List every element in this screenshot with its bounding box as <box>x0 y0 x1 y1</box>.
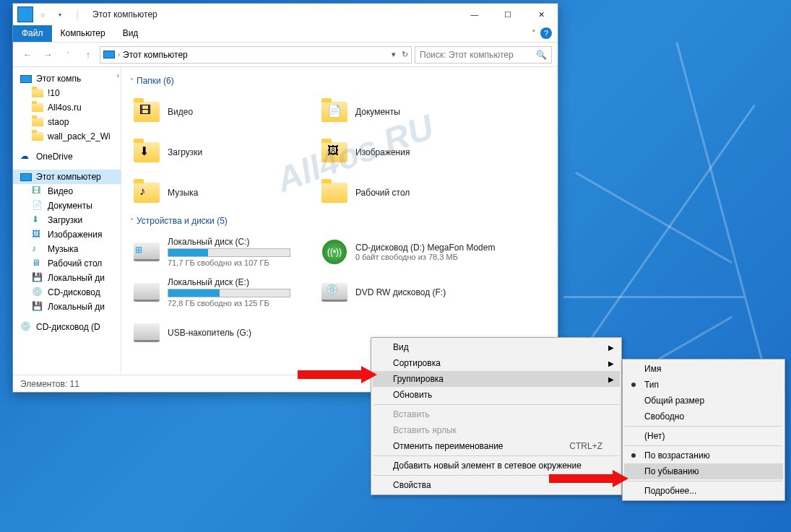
nav-cd-drive[interactable]: 💿CD-дисковод <box>13 285 121 300</box>
submenu-none[interactable]: (Нет) <box>624 428 783 444</box>
help-icon[interactable]: ? <box>540 27 552 39</box>
ribbon-tabs: Файл Компьютер Вид ˅ ? <box>13 25 558 43</box>
titlebar: ▫ ▾ | Этот компьютер — ☐ ✕ <box>13 4 558 25</box>
nav-cd-drive-d[interactable]: 💿CD-дисковод (D <box>13 320 121 334</box>
navigation-pane: ‹ Этот компь !10 All4os.ru staop wall_pa… <box>13 67 121 375</box>
menu-group[interactable]: Группировка▶ <box>373 371 620 387</box>
search-placeholder: Поиск: Этот компьютер <box>420 50 514 60</box>
nav-folder-10[interactable]: !10 <box>13 86 121 100</box>
nav-local-disk[interactable]: 💾Локальный ди <box>13 271 121 285</box>
tab-view[interactable]: Вид <box>114 25 147 42</box>
ribbon-expand-icon[interactable]: ˅ <box>532 29 536 38</box>
menu-refresh[interactable]: Обновить <box>373 387 620 403</box>
maximize-button[interactable]: ☐ <box>491 4 524 25</box>
group-folders[interactable]: ˅Папки (6) <box>130 76 555 86</box>
pc-icon <box>17 6 33 22</box>
address-path: Этот компьютер <box>123 50 188 60</box>
drive-e[interactable]: Локальный диск (E:) 72,8 ГБ свободно из … <box>130 272 318 313</box>
folder-desktop[interactable]: Рабочий стол <box>318 173 506 213</box>
nav-this-pc[interactable]: Этот компьютер <box>13 170 121 184</box>
content-pane[interactable]: ˅Папки (6) 🎞 Видео 📄 Документы ⬇ Загрузк… <box>121 67 558 375</box>
nav-folder-staop[interactable]: staop <box>13 115 121 129</box>
drive-d[interactable]: ((•)) CD-дисковод (D:) MegaFon Modem 0 б… <box>318 232 506 272</box>
minimize-button[interactable]: — <box>458 4 491 25</box>
folder-downloads[interactable]: ⬇ Загрузки <box>130 132 318 173</box>
submenu-free[interactable]: Свободно <box>624 409 783 424</box>
nav-history-dropdown[interactable]: ˅ <box>59 46 77 64</box>
svg-marker-0 <box>298 366 377 383</box>
nav-folder-wallpack[interactable]: wall_pack_2_Wi <box>13 129 121 144</box>
submenu-ascending[interactable]: По возрастанию <box>624 448 783 463</box>
nav-forward-button[interactable]: → <box>39 46 56 64</box>
folder-docs[interactable]: 📄 Документы <box>318 92 506 132</box>
nav-folder-all4os[interactable]: All4os.ru <box>13 100 121 115</box>
drive-f[interactable]: 💿 DVD RW дисковод (F:) <box>318 272 506 313</box>
menu-paste: Вставить <box>373 406 620 422</box>
drive-g[interactable]: USB-накопитель (G:) <box>130 313 318 353</box>
pc-icon <box>103 51 115 58</box>
nav-images[interactable]: 🖼Изображения <box>13 227 121 242</box>
address-input[interactable]: › Этот компьютер ▾ ↻ <box>100 46 412 64</box>
address-dropdown-icon[interactable]: ▾ <box>392 50 396 59</box>
tab-file[interactable]: Файл <box>13 25 52 42</box>
qat-item[interactable]: ▫ <box>35 6 51 22</box>
submenu-descending[interactable]: По убыванию <box>624 463 783 479</box>
menu-sort[interactable]: Сортировка▶ <box>373 355 620 371</box>
nav-music[interactable]: ♪Музыка <box>13 242 121 256</box>
nav-up-button[interactable]: ↑ <box>79 46 97 64</box>
annotation-arrow-1 <box>298 366 377 383</box>
nav-docs[interactable]: 📄Документы <box>13 199 121 213</box>
submenu-more[interactable]: Подробнее... <box>624 483 783 499</box>
search-icon: 🔍 <box>536 50 547 60</box>
nav-desktop[interactable]: 🖥Рабочий стол <box>13 256 121 271</box>
folder-images[interactable]: 🖼 Изображения <box>318 132 506 173</box>
annotation-arrow-2 <box>549 470 628 487</box>
submenu-total-size[interactable]: Общий размер <box>624 393 783 409</box>
address-bar: ← → ˅ ↑ › Этот компьютер ▾ ↻ Поиск: Этот… <box>13 43 558 67</box>
menu-undo-rename[interactable]: Отменить переименованиеCTRL+Z <box>373 438 620 454</box>
menu-view[interactable]: Вид▶ <box>373 339 620 355</box>
nav-back-button[interactable]: ← <box>19 46 36 64</box>
folder-music[interactable]: ♪ Музыка <box>130 173 318 213</box>
search-input[interactable]: Поиск: Этот компьютер 🔍 <box>415 46 552 64</box>
nav-video[interactable]: 🎞Видео <box>13 184 121 199</box>
group-drives[interactable]: ˅Устройства и диски (5) <box>130 216 555 226</box>
nav-downloads[interactable]: ⬇Загрузки <box>13 213 121 227</box>
qat-dropdown[interactable]: ▾ <box>52 6 68 22</box>
menu-paste-shortcut: Вставить ярлык <box>373 422 620 438</box>
context-submenu-group: Имя Тип Общий размер Свободно (Нет) По в… <box>622 359 785 501</box>
nav-onedrive[interactable]: ☁OneDrive <box>13 149 121 164</box>
nav-chevron-icon[interactable]: ‹ <box>117 71 119 79</box>
qat-sep: | <box>69 6 85 22</box>
folder-video[interactable]: 🎞 Видео <box>130 92 318 132</box>
submenu-type[interactable]: Тип <box>624 377 783 393</box>
status-item-count: Элементов: 11 <box>20 379 79 389</box>
submenu-name[interactable]: Имя <box>624 361 783 377</box>
nav-local-disk-2[interactable]: 💾Локальный ди <box>13 300 121 314</box>
svg-marker-1 <box>549 470 628 487</box>
refresh-icon[interactable]: ↻ <box>402 50 408 59</box>
explorer-window: ▫ ▾ | Этот компьютер — ☐ ✕ Файл Компьюте… <box>12 3 558 393</box>
nav-this-pc-quick[interactable]: Этот компь <box>13 71 121 86</box>
drive-c[interactable]: ⊞ Локальный диск (C:) 71,7 ГБ свободно и… <box>130 232 318 272</box>
close-button[interactable]: ✕ <box>524 4 558 25</box>
window-title: Этот компьютер <box>92 9 157 19</box>
tab-computer[interactable]: Компьютер <box>52 25 114 42</box>
